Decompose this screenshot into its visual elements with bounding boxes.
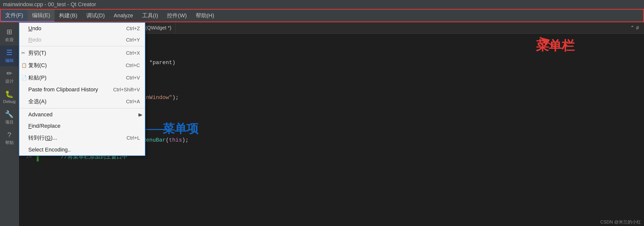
menu-item-paste-history[interactable]: Paste from Clipboard History Ctrl+Shift+… [19,84,145,95]
find-replace-label: Find/Replace [28,123,60,129]
menu-item-advanced[interactable]: Advanced ▶ [19,109,145,120]
redo-label: Redo [28,37,42,43]
context-menu: Undo Ctrl+Z Redo Ctrl+Y ✂ 剪切(T) Ctrl+X 📋… [19,22,145,156]
title-text: mainwindow.cpp - 00_test - Qt Creator [3,1,96,8]
menu-item-goto-line[interactable]: 转到行(G)... Ctrl+L [19,132,145,144]
paste-check-icon: 📄 [21,75,27,81]
sidebar: ⊞ 欢迎 ☰ 编辑 ✏ 设计 🐛 Debug 🔧 项目 ? 帮助 [0,22,19,226]
menu-item-select-encoding[interactable]: Select Encoding.. [19,144,145,155]
sidebar-item-project[interactable]: 🔧 项目 [0,107,18,128]
cut-shortcut: Ctrl+X [126,50,140,56]
goto-line-label: 转到行(G)... [28,134,57,142]
menu-item-tools[interactable]: 工具(I) [138,10,163,21]
redo-shortcut: Ctrl+Y [126,37,140,43]
menu-item-file[interactable]: 文件(F) [1,10,28,21]
paste-label: 粘贴(P) [28,74,46,81]
help-icon: ? [8,131,12,139]
menu-item-paste[interactable]: 📄 粘贴(P) Ctrl+V [19,72,145,84]
main-layout: ⊞ 欢迎 ☰ 编辑 ✏ 设计 🐛 Debug 🔧 项目 ? 帮助 Undo Ct… [0,22,644,226]
menu-item-redo[interactable]: Redo Ctrl+Y [19,34,145,46]
menu-item-help[interactable]: 帮助(H) [191,10,219,21]
separator-2 [19,108,145,109]
design-icon: ✏ [6,69,12,78]
goto-line-shortcut: Ctrl+L [126,135,140,141]
menu-item-edit[interactable]: 编辑(E) [28,10,54,21]
paste-shortcut: Ctrl+V [126,75,140,81]
menu-item-analyze[interactable]: Analyze [109,10,138,21]
title-bar: mainwindow.cpp - 00_test - Qt Creator [0,0,644,9]
sidebar-item-edit[interactable]: ☰ 编辑 [0,46,18,66]
copy-label: 复制(C) [28,62,47,69]
menu-item-find-replace[interactable]: Find/Replace [19,120,145,132]
tab-actions: ⌃ # [630,25,644,31]
cut-label: 剪切(T) [28,49,46,57]
select-all-label: 全选(A) [28,98,46,105]
menu-item-cut[interactable]: ✂ 剪切(T) Ctrl+X [19,47,145,59]
menu-item-controls[interactable]: 控件(W) [162,10,191,21]
select-all-shortcut: Ctrl+A [126,99,140,105]
submenu-arrow-icon: ▶ [138,112,142,117]
undo-label: Undo [28,25,42,32]
debug-icon: 🐛 [5,90,14,98]
copy-shortcut: Ctrl+C [126,63,140,68]
sidebar-item-help[interactable]: ? 帮助 [0,128,18,148]
select-encoding-label: Select Encoding.. [28,146,71,153]
wrench-icon: 🔧 [5,110,14,118]
menu-item-select-all[interactable]: 全选(A) Ctrl+A [19,95,145,108]
menu-bar: 文件(F) 编辑(E) 构建(B) 调试(D) Analyze 工具(I) 控件… [0,9,644,22]
menu-item-copy[interactable]: 📋 复制(C) Ctrl+C [19,59,145,72]
separator-1 [19,46,145,46]
sidebar-item-welcome[interactable]: ⊞ 欢迎 [0,25,18,46]
menu-item-undo[interactable]: Undo Ctrl+Z [19,23,145,34]
menu-item-build[interactable]: 构建(B) [54,10,82,21]
menu-item-debug[interactable]: 调试(D) [82,10,110,21]
grid-icon: ⊞ [6,28,12,36]
paste-history-shortcut: Ctrl+Shift+V [113,87,140,93]
watermark: CSDN @米兰的小红 [600,219,641,225]
sidebar-item-design[interactable]: ✏ 设计 [0,66,18,87]
advanced-label: Advanced [28,112,52,118]
paste-history-label: Paste from Clipboard History [28,86,98,93]
copy-check-icon: 📋 [21,63,27,68]
edit-icon: ☰ [6,48,12,57]
sidebar-item-debug[interactable]: 🐛 Debug [0,87,18,107]
cut-check-icon: ✂ [21,50,25,56]
undo-shortcut: Ctrl+Z [126,26,140,31]
